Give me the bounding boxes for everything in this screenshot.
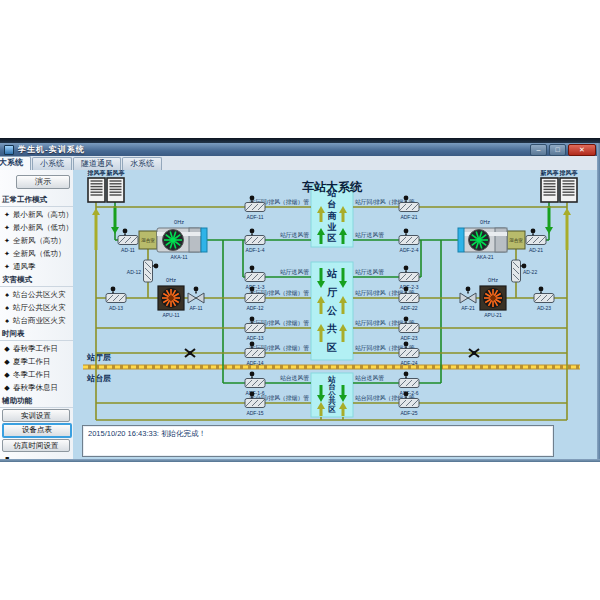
damper-AD-11[interactable]: AD-11 <box>118 229 138 253</box>
svg-text:商: 商 <box>328 211 337 221</box>
demo-button[interactable]: 演示 <box>16 175 70 189</box>
svg-text:排风亭: 排风亭 <box>559 170 578 177</box>
damper-ADF-2-3[interactable]: ADF-2-3 <box>399 266 419 290</box>
tab-隧道通风[interactable]: 隧道通风 <box>73 157 121 170</box>
minimize-button[interactable]: – <box>530 144 547 156</box>
sidebar-item-label: 通风季 <box>13 262 36 272</box>
damper-ADF-2-4[interactable]: ADF-2-4 <box>399 229 419 253</box>
vent-tower-新风亭[interactable]: 新风亭 <box>106 170 125 202</box>
sidebar-item-label: 春秋季工作日 <box>13 344 58 354</box>
supply-fan-AKA-11[interactable]: 0HzAKA-11 <box>157 219 201 260</box>
svg-text:0Hz: 0Hz <box>480 219 490 225</box>
svg-text:ADF-12: ADF-12 <box>246 305 263 311</box>
fan-icon: ✦ <box>3 263 11 271</box>
return-fan-APU-21[interactable]: 0HzAPU-21 <box>480 277 506 318</box>
vent-tower-排风亭[interactable]: 排风亭 <box>559 170 578 202</box>
return-fan-APU-11[interactable]: 0HzAPU-11 <box>158 277 184 318</box>
sidebar-button-实训设置[interactable]: 实训设置 <box>2 409 70 422</box>
sidebar-item-全新风（低功）[interactable]: ✦全新风（低功） <box>0 247 73 260</box>
svg-text:站: 站 <box>326 268 338 279</box>
sidebar-item-最小新风（低功）[interactable]: ✦最小新风（低功） <box>0 221 73 234</box>
svg-text:AKA-11: AKA-11 <box>171 254 188 260</box>
screenshot-page: { "window": { "title": "学生机-实训系统", "cont… <box>0 0 600 600</box>
section-header: 时间表 <box>0 327 73 341</box>
svg-text:AD-23: AD-23 <box>537 305 551 311</box>
vent-tower-新风亭[interactable]: 新风亭 <box>540 170 559 202</box>
svg-text:AD-21: AD-21 <box>529 247 543 253</box>
maximize-button[interactable]: □ <box>549 144 566 156</box>
supply-fan-AKA-21[interactable]: 0HzAKA-21 <box>463 219 507 260</box>
fire-icon: ♠ <box>3 317 11 324</box>
calendar-icon: ◆ <box>3 358 11 366</box>
damper-AD-12[interactable]: AD-12 <box>127 260 159 282</box>
tab-水系统[interactable]: 水系统 <box>122 157 162 170</box>
window-title: 学生机-实训系统 <box>18 144 85 155</box>
svg-text:区: 区 <box>328 233 337 243</box>
sidebar-item-冬季工作日[interactable]: ◆冬季工作日 <box>0 368 73 381</box>
sidebar-item-label: 夏季工作日 <box>13 357 51 367</box>
damper-ADF-1-4[interactable]: ADF-1-4 <box>245 229 265 253</box>
damper-ADF-1-6[interactable]: ADF-1-6 <box>245 372 265 396</box>
fan-icon: ✦ <box>3 211 11 219</box>
flow-arrow <box>111 206 119 234</box>
damper-ADF-1-3[interactable]: ADF-1-3 <box>245 266 265 290</box>
flow-arrow <box>545 206 553 234</box>
svg-text:AF-21: AF-21 <box>461 305 475 311</box>
sidebar-item-label: 最小新风（高功） <box>13 210 73 220</box>
title-bar: 学生机-实训系统 –□✕ <box>0 143 600 156</box>
mixing-box[interactable]: 混合室 <box>139 231 157 249</box>
zone-站厅公共区[interactable]: 站厅公共区 <box>311 262 353 360</box>
damper-AD-22[interactable]: AD-22 <box>512 260 538 282</box>
window-content: 演示 正常工作模式✦最小新风（高功）✦最小新风（低功）✦全新风（高功）✦全新风（… <box>0 170 600 459</box>
svg-text:新风亭: 新风亭 <box>540 170 559 177</box>
fan-icon: ✦ <box>3 250 11 258</box>
svg-text:站厅层: 站厅层 <box>86 353 111 362</box>
damper-AD-23[interactable]: AD-23 <box>534 287 554 311</box>
svg-text:0Hz: 0Hz <box>166 277 176 283</box>
damper-AD-21[interactable]: AD-21 <box>526 229 546 253</box>
sidebar-item-站台商业区火灾[interactable]: ♠站台商业区火灾 <box>0 314 73 327</box>
svg-text:ADF-21: ADF-21 <box>400 214 417 220</box>
vent-tower-排风亭[interactable]: 排风亭 <box>87 170 106 202</box>
sidebar-item-站厅公共区火灾[interactable]: ♠站厅公共区火灾 <box>0 301 73 314</box>
sidebar-item-全新风（高功）[interactable]: ✦全新风（高功） <box>0 234 73 247</box>
flow-arrow <box>563 208 571 250</box>
log-message: 2015/10/20 16:43:33: 初始化完成！ <box>83 426 553 439</box>
sidebar-item-label: 站厅公共区火灾 <box>13 303 66 313</box>
svg-text:AD-22: AD-22 <box>523 269 537 275</box>
svg-text:站厅送风管: 站厅送风管 <box>280 231 309 239</box>
section-header: 灾害模式 <box>0 273 73 287</box>
sidebar-item-站台公共区火灾[interactable]: ♠站台公共区火灾 <box>0 288 73 301</box>
damper-ADF-2-6[interactable]: ADF-2-6 <box>399 372 419 396</box>
svg-text:站台送风管: 站台送风管 <box>280 374 309 382</box>
sidebar-item-春秋季休息日[interactable]: ◆春秋季休息日 <box>0 381 73 394</box>
sidebar-button-设备点表[interactable]: 设备点表 <box>2 423 72 438</box>
tab-小系统[interactable]: 小系统 <box>32 157 72 170</box>
fan-icon: ✦ <box>3 224 11 232</box>
damper-AD-13[interactable]: AD-13 <box>106 287 126 311</box>
tab-bar: 大系统小系统隧道通风水系统 <box>0 156 600 171</box>
mixing-box[interactable]: 混合室 <box>507 231 525 249</box>
sidebar-item-通风季[interactable]: ✦通风季 <box>0 260 73 273</box>
svg-text:共: 共 <box>326 323 337 334</box>
svg-text:台: 台 <box>328 199 337 209</box>
sidebar-item-夏季工作日[interactable]: ◆夏季工作日 <box>0 355 73 368</box>
svg-text:AKA-21: AKA-21 <box>476 254 493 260</box>
app-icon <box>4 145 14 155</box>
svg-text:区: 区 <box>327 342 337 353</box>
svg-text:ADF-15: ADF-15 <box>246 410 263 416</box>
svg-text:0Hz: 0Hz <box>488 277 498 283</box>
sidebar-item-最小新风（高功）[interactable]: ✦最小新风（高功） <box>0 208 73 221</box>
svg-text:站厅送风管: 站厅送风管 <box>355 268 384 276</box>
svg-text:ADF-24: ADF-24 <box>400 360 417 366</box>
svg-text:ADF-13: ADF-13 <box>246 335 263 341</box>
event-log[interactable]: 2015/10/20 16:43:33: 初始化完成！ <box>82 425 554 457</box>
svg-text:ADF-2-4: ADF-2-4 <box>400 247 419 253</box>
sidebar-button-仿真时间设置[interactable]: 仿真时间设置 <box>2 439 70 452</box>
sidebar-item-label: 站台公共区火灾 <box>13 290 66 300</box>
zone-站台商业区[interactable]: 站台商业区 <box>311 185 353 247</box>
close-button[interactable]: ✕ <box>568 144 596 156</box>
tab-大系统[interactable]: 大系统 <box>0 156 31 170</box>
sidebar-item-label: 全新风（低功） <box>13 249 66 259</box>
sidebar-item-春秋季工作日[interactable]: ◆春秋季工作日 <box>0 342 73 355</box>
